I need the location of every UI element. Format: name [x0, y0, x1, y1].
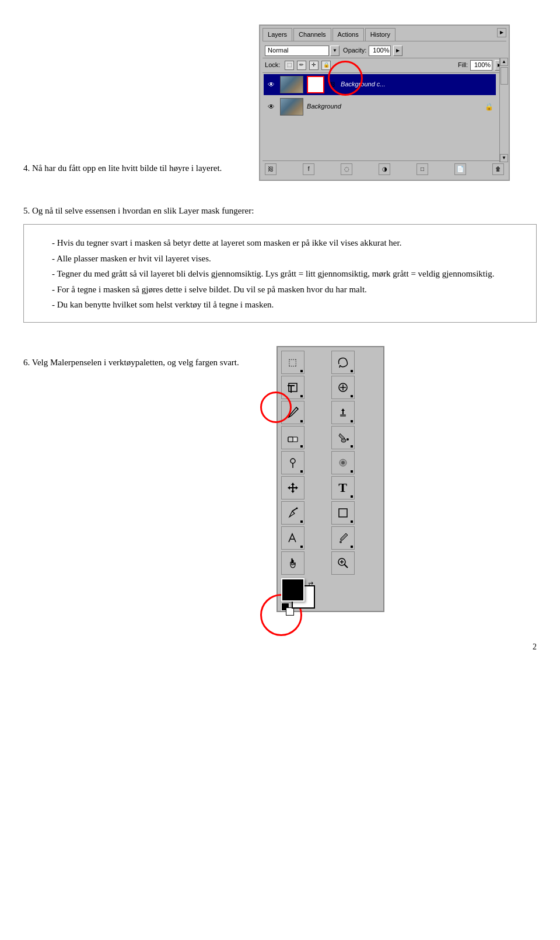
step-6-number: 6. — [23, 358, 30, 367]
new-layer-button[interactable]: 📄 — [454, 163, 466, 175]
layers-tabs: Layers Channels Actions History ▶ — [262, 28, 506, 41]
scroll-down-button[interactable]: ▼ — [500, 154, 508, 162]
crop-tool[interactable] — [281, 376, 304, 399]
color-swatch-area: ⇄ — [281, 578, 380, 607]
layers-bottom-toolbar: ⛓ f ◌ ◑ □ 📄 🗑 — [262, 160, 506, 177]
opacity-label: Opacity: — [343, 46, 366, 55]
toolbox: ⬚ — [276, 346, 384, 612]
svg-point-21 — [340, 541, 342, 543]
eraser-tool[interactable] — [281, 426, 304, 449]
layer-mask-thumb — [307, 76, 324, 93]
layer-visibility-icon[interactable]: 👁 — [266, 80, 276, 89]
svg-point-16 — [341, 461, 345, 464]
lock-all-icon[interactable]: 🔒 — [321, 61, 331, 70]
marquee-tool[interactable]: ⬚ — [281, 351, 304, 374]
svg-line-23 — [344, 564, 348, 568]
layer-row-background-copy[interactable]: 👁 ⛓ Background c... — [264, 74, 496, 95]
svg-rect-1 — [289, 383, 297, 392]
svg-point-13 — [290, 459, 295, 463]
delete-layer-button[interactable]: 🗑 — [492, 163, 504, 175]
paint-bucket-tool[interactable] — [331, 426, 355, 449]
healing-tool[interactable] — [331, 376, 355, 399]
layer-name-copy: Background c... — [341, 79, 494, 89]
tab-layers[interactable]: Layers — [262, 28, 292, 41]
scroll-up-button[interactable]: ▲ — [500, 58, 508, 66]
step-4-number: 4. — [23, 163, 30, 173]
new-group-button[interactable]: □ — [416, 163, 428, 175]
clone-tool[interactable] — [331, 401, 355, 424]
layer-visibility-icon-2[interactable]: 👁 — [266, 102, 276, 111]
layer-row-background[interactable]: 👁 Background 🔒 — [264, 96, 496, 117]
fill-label: Fill: — [458, 60, 468, 70]
link-layers-button[interactable]: ⛓ — [265, 163, 276, 175]
bullet-5: Du kan benytte hvilket som helst verktøy… — [46, 298, 526, 312]
layer-name-bg: Background — [307, 102, 481, 111]
lock-icons-group: ⬚ ✏ ✛ 🔒 — [285, 61, 331, 70]
layers-list: 👁 ⛓ Background c... 👁 Background 🔒 — [262, 73, 506, 160]
opacity-group: Opacity: 100% ▶ — [343, 46, 402, 56]
svg-rect-8 — [340, 414, 346, 417]
foreground-color-swatch[interactable] — [281, 578, 304, 602]
step-5-info-box: Hvis du tegner svart i masken så betyr d… — [23, 224, 537, 323]
step-6: 6. Velg Malerpenselen i verktøypaletten,… — [23, 333, 537, 625]
lock-paint-icon[interactable]: ✏ — [297, 61, 306, 70]
fill-value[interactable]: 100% — [470, 60, 492, 71]
panel-menu-icon[interactable]: ▶ — [497, 28, 506, 37]
step-5-number: 5. — [23, 206, 30, 215]
layer-lock-icon: 🔒 — [485, 102, 494, 112]
lock-transparency-icon[interactable]: ⬚ — [285, 61, 294, 70]
step-4: 4. Nå har du fått opp en lite hvitt bild… — [23, 12, 537, 194]
mode-dropdown-arrow[interactable]: ▼ — [330, 46, 340, 56]
zoom-tool[interactable] — [331, 551, 355, 575]
svg-point-18 — [296, 507, 298, 509]
tab-history[interactable]: History — [365, 28, 396, 41]
scroll-thumb — [501, 67, 508, 85]
lock-label: Lock: — [265, 60, 280, 70]
svg-rect-19 — [339, 509, 347, 517]
path-tool[interactable] — [281, 526, 304, 550]
layer-thumb-bg — [280, 98, 303, 116]
step-5-text: Og nå til selve essensen i hvordan en sl… — [32, 206, 254, 215]
layers-empty-space — [264, 118, 496, 142]
layer-style-button[interactable]: f — [303, 163, 314, 175]
dodge-tool[interactable] — [281, 451, 304, 474]
type-tool[interactable]: T — [331, 476, 355, 499]
opacity-value[interactable]: 100% — [369, 46, 391, 56]
svg-line-7 — [296, 407, 298, 409]
step-6-text: Velg Malerpenselen i verktøypaletten, og… — [32, 358, 239, 367]
layer-thumb-copy — [280, 76, 303, 93]
add-mask-button[interactable]: ◌ — [341, 163, 352, 175]
mode-select-group: Normal ▼ — [265, 46, 340, 56]
tab-actions[interactable]: Actions — [332, 28, 364, 41]
step-5: 5. Og nå til selve essensen i hvordan en… — [23, 204, 537, 323]
lasso-tool[interactable] — [331, 351, 355, 374]
move-tool[interactable] — [281, 476, 304, 499]
opacity-dropdown-arrow[interactable]: ▶ — [393, 46, 402, 56]
step-4-text: Nå har du fått opp en lite hvitt bilde t… — [32, 163, 222, 173]
mode-select[interactable]: Normal — [265, 46, 329, 56]
hand-tool[interactable] — [281, 551, 304, 575]
layers-scrollbar[interactable]: ▲ ▼ — [499, 58, 509, 162]
eyedropper-tool[interactable] — [331, 526, 355, 550]
bullet-4: For å tegne i masken så gjøres dette i s… — [46, 283, 526, 296]
layers-panel: Layers Channels Actions History ▶ Normal… — [259, 25, 510, 181]
tab-channels[interactable]: Channels — [293, 28, 331, 41]
pen-tool[interactable] — [281, 501, 304, 525]
lock-move-icon[interactable]: ✛ — [309, 61, 318, 70]
lock-fill-row: Lock: ⬚ ✏ ✛ 🔒 Fill: 100% ▶ — [262, 58, 506, 73]
svg-point-11 — [341, 439, 346, 442]
mode-opacity-row: Normal ▼ Opacity: 100% ▶ — [262, 44, 506, 58]
shape-tool[interactable] — [331, 501, 355, 525]
svg-rect-10 — [288, 437, 293, 442]
brush-tool[interactable] — [281, 401, 304, 424]
fill-group: Fill: 100% ▶ — [458, 60, 504, 71]
bullet-2: Alle plasser masken er hvit vil layeret … — [46, 252, 526, 265]
chain-link-icon: ⛓ — [330, 80, 335, 89]
new-fill-layer-button[interactable]: ◑ — [379, 163, 390, 175]
blur-tool[interactable] — [331, 451, 355, 474]
bullet-1: Hvis du tegner svart i masken så betyr d… — [46, 236, 526, 250]
bullet-3: Tegner du med grått så vil layeret bli d… — [46, 267, 526, 281]
step-5-bullet-list: Hvis du tegner svart i masken så betyr d… — [46, 236, 526, 312]
page-number: 2 — [23, 642, 537, 652]
default-colors-bg-icon — [286, 607, 294, 616]
